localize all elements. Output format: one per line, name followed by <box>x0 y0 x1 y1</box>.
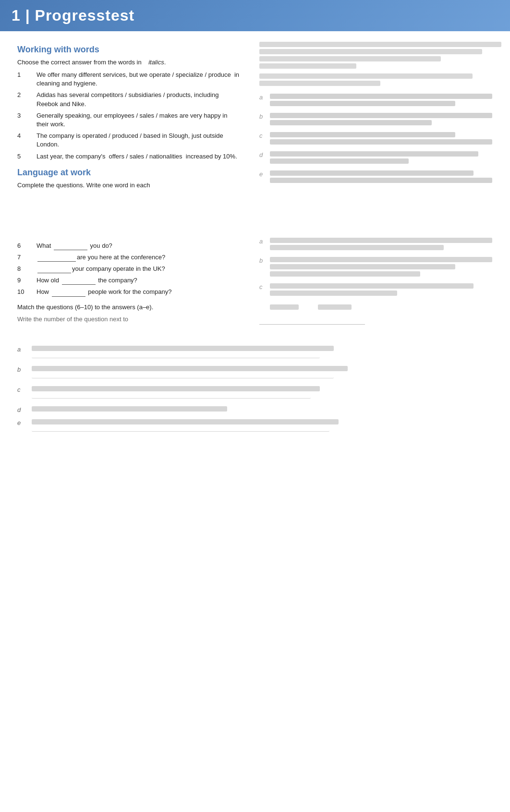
section1-question-list: 1 We offer many different services, but … <box>17 71 241 161</box>
section2-instructions: Complete the questions. Write one word i… <box>17 182 241 189</box>
question-num: 6 <box>17 242 36 250</box>
bottom-blurred-section: a b c d e <box>0 338 510 444</box>
right-item: b <box>259 257 501 279</box>
right-second-blurred: a b c <box>259 238 501 310</box>
question-item: 7 are you here at the conference? <box>17 253 241 262</box>
question-text: How people work for the company? <box>36 288 241 296</box>
question-item: 9 How old the company? <box>17 276 241 285</box>
right-item: d <box>259 151 501 166</box>
blank-field[interactable] <box>37 267 71 273</box>
right-item: a <box>259 94 501 108</box>
section2-question-list: 6 What you do? 7 are you here at the con… <box>17 242 241 297</box>
question-item: 3 Generally speaking, our employees / sa… <box>17 111 241 129</box>
question-num: 5 <box>17 152 36 161</box>
answer-item <box>270 304 299 310</box>
match-instructions: Match the questions (6–10) to the answer… <box>17 303 241 311</box>
section1-title: Working with words <box>17 45 241 55</box>
question-num: 4 <box>17 132 36 149</box>
question-text: We offer many different services, but we… <box>36 71 241 88</box>
right-item: b <box>259 113 501 127</box>
question-text: are you here at the conference? <box>36 253 241 262</box>
match-sub: Write the number of the question next to <box>17 315 241 323</box>
right-item: a <box>259 238 501 252</box>
bottom-item: c <box>17 386 497 400</box>
separator: | <box>21 7 35 24</box>
question-item: 10 How people work for the company? <box>17 288 241 296</box>
bottom-item: e <box>17 419 497 434</box>
answer-row <box>270 304 501 310</box>
question-text: your company operate in the UK? <box>36 265 241 273</box>
question-item: 2 Adidas has several competitors / subsi… <box>17 91 241 108</box>
page-number: 1 <box>12 7 21 24</box>
question-item: 8 your company operate in the UK? <box>17 265 241 273</box>
page-title: 1 | Progresstest <box>12 7 134 24</box>
left-column: Working with words Choose the correct an… <box>0 31 255 338</box>
main-content: Working with words Choose the correct an… <box>0 31 510 338</box>
question-num: 2 <box>17 91 36 108</box>
right-blurred-top <box>259 42 501 86</box>
question-num: 9 <box>17 276 36 285</box>
page-header: 1 | Progresstest <box>0 0 510 31</box>
blank-field[interactable] <box>52 290 85 297</box>
question-text: Generally speaking, our employees / sale… <box>36 111 241 129</box>
question-num: 8 <box>17 265 36 273</box>
right-numbered-items: a b c d <box>259 94 501 185</box>
right-item: c <box>259 283 501 300</box>
blank-field[interactable] <box>62 278 96 285</box>
blank-field[interactable] <box>37 255 76 262</box>
bottom-item: d <box>17 406 497 413</box>
right-item: e <box>259 170 501 185</box>
answer-item <box>318 304 352 310</box>
question-num: 10 <box>17 288 36 296</box>
question-num: 1 <box>17 71 36 88</box>
title-text: Progresstest <box>35 7 135 24</box>
question-item: 6 What you do? <box>17 242 241 250</box>
bottom-item: a <box>17 346 497 360</box>
question-text: Last year, the company's offers / sales … <box>36 152 241 161</box>
right-item: c <box>259 132 501 146</box>
question-item: 1 We offer many different services, but … <box>17 71 241 88</box>
question-num: 7 <box>17 253 36 262</box>
blank-field[interactable] <box>54 243 87 250</box>
section2-title: Language at work <box>17 168 241 178</box>
question-text: What you do? <box>36 242 241 250</box>
right-column: a b c d <box>255 31 510 338</box>
divider-line <box>259 324 365 325</box>
question-text: Adidas has several competitors / subsidi… <box>36 91 241 108</box>
section1-instructions: Choose the correct answer from the words… <box>17 59 241 66</box>
question-text: How old the company? <box>36 276 241 285</box>
bottom-item: b <box>17 366 497 380</box>
question-item: 4 The company is operated / produced / b… <box>17 132 241 149</box>
question-num: 3 <box>17 111 36 129</box>
question-item: 5 Last year, the company's offers / sale… <box>17 152 241 161</box>
question-text: The company is operated / produced / bas… <box>36 132 241 149</box>
